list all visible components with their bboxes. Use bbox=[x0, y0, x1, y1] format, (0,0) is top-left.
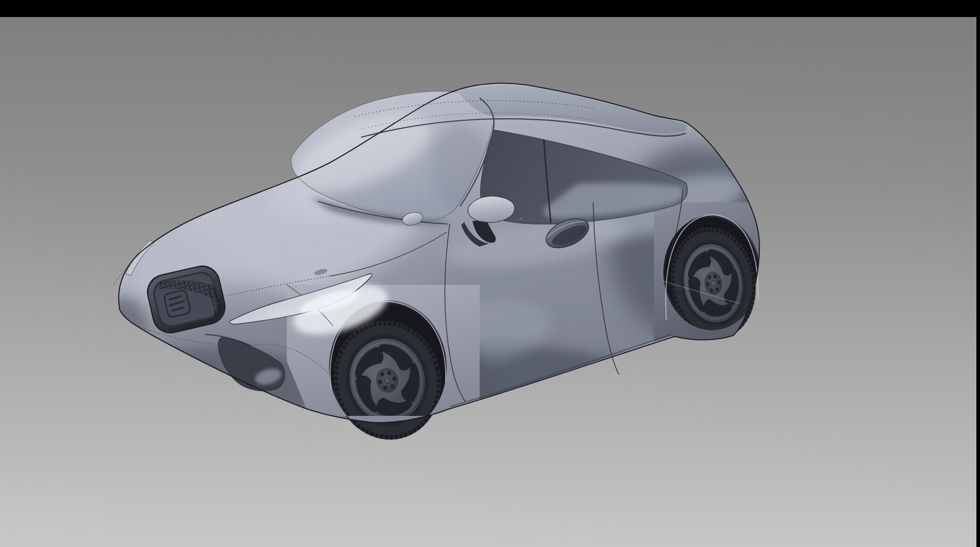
render-streak-texture bbox=[93, 67, 774, 449]
car-render bbox=[0, 0, 976, 547]
right-letterbox-bar bbox=[976, 0, 980, 547]
top-letterbox-bar bbox=[0, 0, 980, 17]
3d-viewport-canvas[interactable] bbox=[0, 0, 976, 547]
screen bbox=[0, 0, 980, 547]
car-model[interactable] bbox=[93, 67, 784, 451]
